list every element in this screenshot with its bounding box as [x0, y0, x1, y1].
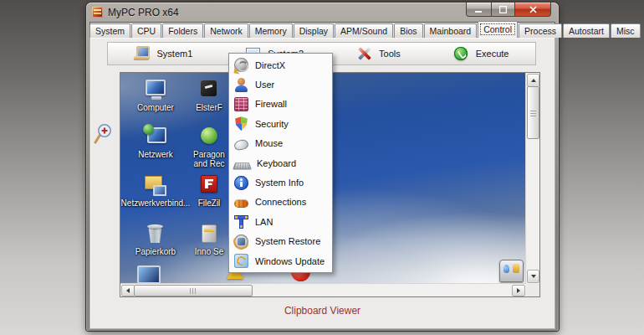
menu-item-connections[interactable]: Connections — [229, 193, 332, 212]
scrollbar-corner — [526, 284, 539, 296]
horizontal-scroll-thumb[interactable] — [134, 285, 253, 296]
menu-item-label: DirectX — [255, 60, 332, 70]
tab-bios[interactable]: Bios — [394, 23, 422, 38]
desktop-icon-label: Paragon and Rec — [187, 150, 231, 168]
menu-item-label: System Restore — [255, 236, 332, 246]
right-arrow-icon — [517, 288, 520, 293]
user-icon — [234, 78, 248, 92]
menu-item-directx[interactable]: DirectX — [229, 55, 332, 75]
menu-item-label: Connections — [255, 197, 332, 207]
scroll-left-button[interactable] — [121, 285, 135, 296]
menu-item-windows-update[interactable]: Windows Update — [229, 251, 332, 271]
close-icon — [529, 6, 537, 13]
system-restore-icon — [234, 234, 248, 249]
tab-cpu[interactable]: CPU — [131, 23, 161, 38]
menu-item-system-info[interactable]: System Info — [229, 173, 332, 192]
directx-icon — [234, 58, 248, 72]
menu-item-label: System Info — [255, 178, 332, 188]
filezilla-icon — [198, 174, 220, 196]
window-controls — [466, 3, 551, 17]
elster-icon — [198, 79, 220, 100]
toolbar-button-label: Execute — [476, 49, 509, 59]
mouse-icon — [233, 138, 249, 152]
menu-item-mouse[interactable]: Mouse — [229, 134, 332, 153]
security-icon — [234, 116, 248, 131]
tab-process[interactable]: Process — [519, 23, 562, 38]
network-icon — [145, 126, 166, 147]
system-info-icon — [234, 176, 248, 190]
menu-item-label: Keyboard — [257, 158, 332, 168]
menu-item-keyboard[interactable]: Keyboard — [229, 153, 332, 173]
left-arrow-icon — [126, 288, 130, 293]
toolbar-button-label: System1 — [156, 49, 192, 59]
tab-bar: System CPU Folders Network Memory Displa… — [89, 23, 555, 38]
zoom-magnifier-icon[interactable] — [93, 123, 113, 145]
menu-item-security[interactable]: Security — [229, 114, 332, 133]
firewall-icon — [234, 97, 248, 111]
lan-icon — [234, 214, 248, 229]
screen: MyPC PRO x64 System CPU Folders Net — [0, 0, 644, 335]
windows-update-icon — [234, 254, 248, 268]
down-arrow-icon — [531, 275, 536, 278]
menu-item-label: Security — [255, 119, 332, 129]
app-icon — [92, 7, 103, 18]
partial-desktop-icon — [137, 265, 161, 284]
menu-item-firewall[interactable]: Firewall — [229, 95, 332, 114]
recycle-bin-icon — [145, 223, 166, 245]
menu-item-label: Firewall — [255, 99, 332, 109]
execute-icon — [453, 46, 470, 61]
tab-control[interactable]: Control — [478, 21, 518, 38]
tab-apm-sound[interactable]: APM/Sound — [335, 23, 393, 38]
scroll-right-button[interactable] — [512, 285, 525, 296]
tab-network[interactable]: Network — [204, 23, 248, 38]
computer-icon — [145, 79, 166, 100]
close-button[interactable] — [515, 3, 551, 17]
tab-system[interactable]: System — [89, 23, 130, 38]
tab-folders[interactable]: Folders — [162, 23, 203, 38]
menu-item-user[interactable]: User — [229, 75, 332, 94]
tab-mainboard[interactable]: Mainboard — [424, 23, 478, 38]
up-arrow-icon — [531, 79, 536, 82]
horizontal-scrollbar[interactable] — [120, 283, 526, 296]
tab-display[interactable]: Display — [294, 23, 334, 38]
menu-item-label: Windows Update — [255, 256, 332, 266]
toolbar-button-system1[interactable]: System1 — [129, 44, 197, 63]
system1-icon — [134, 46, 151, 61]
maximize-button[interactable] — [492, 3, 515, 17]
minimize-icon — [475, 6, 483, 13]
inno-setup-icon — [198, 223, 220, 245]
minimize-button[interactable] — [466, 3, 492, 17]
paragon-icon — [198, 126, 220, 147]
connections-icon — [234, 199, 248, 208]
scroll-up-button[interactable] — [527, 74, 539, 87]
vertical-scroll-thumb[interactable] — [527, 86, 539, 139]
tab-misc[interactable]: Misc — [611, 23, 641, 38]
menu-item-label: User — [255, 80, 332, 90]
tab-memory[interactable]: Memory — [249, 23, 293, 38]
system2-dropdown-menu: DirectX User Firewall Security Mouse — [228, 53, 333, 273]
menu-item-system-restore[interactable]: System Restore — [229, 232, 332, 251]
tray-mini-window-icon — [499, 260, 524, 282]
tab-autostart[interactable]: Autostart — [563, 23, 610, 38]
toolbar-button-label: Tools — [379, 49, 401, 59]
menu-item-label: LAN — [255, 217, 332, 227]
maximize-icon — [499, 6, 507, 13]
clipboard-viewer-link[interactable]: Clipboard Viewer — [86, 305, 559, 317]
keyboard-icon — [233, 162, 252, 169]
menu-item-label: Mouse — [255, 138, 332, 148]
menu-item-lan[interactable]: LAN — [229, 212, 332, 231]
toolbar-button-execute[interactable]: Execute — [448, 44, 514, 63]
titlebar[interactable]: MyPC PRO x64 — [86, 3, 559, 22]
tools-icon — [356, 46, 373, 61]
vertical-scrollbar[interactable] — [525, 73, 539, 284]
scroll-down-button[interactable] — [527, 270, 539, 283]
network-connections-icon — [145, 174, 166, 196]
toolbar-button-tools[interactable]: Tools — [351, 44, 406, 63]
window-title: MyPC PRO x64 — [108, 7, 179, 18]
